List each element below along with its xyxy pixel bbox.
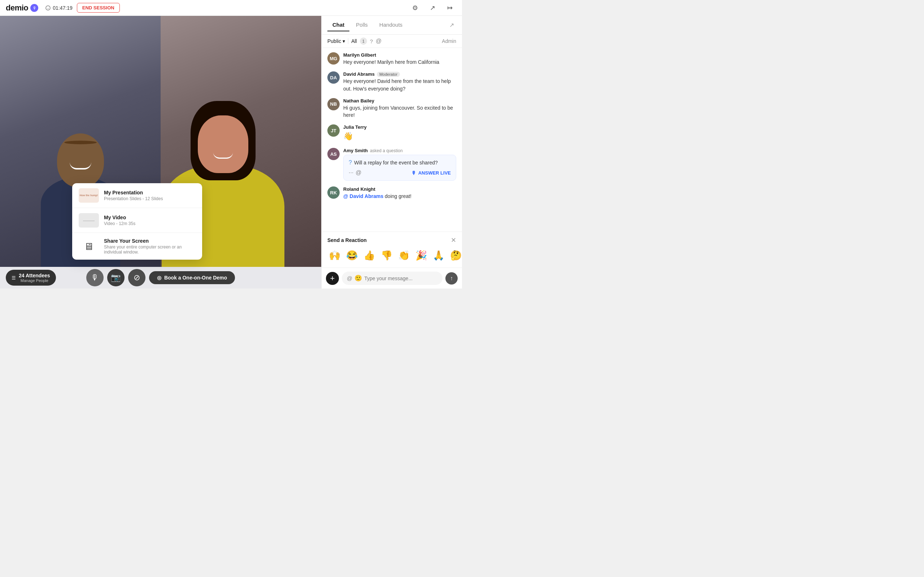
- logo: demio 🎙: [6, 3, 38, 13]
- question-at-icon[interactable]: @: [355, 169, 361, 176]
- public-filter[interactable]: Public ▾: [327, 38, 345, 44]
- mention-filter-icon[interactable]: @: [376, 38, 381, 44]
- question-text: Will a replay for the event be shared?: [354, 160, 438, 166]
- msg-name-5: Amy Smith: [343, 148, 368, 153]
- avatar-roland: RK: [327, 187, 340, 199]
- msg-tail-6: doing great!: [385, 193, 412, 199]
- answer-live-button[interactable]: 🎙 ANSWER LIVE: [412, 170, 451, 176]
- send-button[interactable]: ↑: [446, 272, 458, 285]
- message-6: RK Roland Knight @ David Abrams doing gr…: [327, 187, 456, 200]
- reaction-emoji-1[interactable]: 🙌: [327, 248, 342, 263]
- question-more-icon[interactable]: ···: [349, 169, 353, 176]
- camera-button[interactable]: 📷: [107, 269, 124, 286]
- microphone-icon: 🎙: [91, 273, 99, 282]
- pres-info-1: My Presentation Presentation Slides - 12…: [104, 190, 163, 201]
- admin-filter[interactable]: Admin: [442, 38, 456, 44]
- logo-text: demio: [6, 3, 28, 13]
- moderator-badge: Moderator: [377, 72, 400, 77]
- msg-body-6: Roland Knight @ David Abrams doing great…: [343, 187, 456, 200]
- hamburger-icon: ☰: [11, 275, 16, 280]
- message-3: NB Nathan Bailey Hi guys, joining from V…: [327, 98, 456, 119]
- public-label: Public: [327, 38, 341, 44]
- reaction-emoji-4[interactable]: 👎: [380, 248, 394, 263]
- exit-button[interactable]: ↦: [443, 2, 456, 15]
- msg-text-3: Hi guys, joining from Vancouver. So exci…: [343, 104, 456, 119]
- all-filter[interactable]: All: [351, 38, 357, 44]
- message-input[interactable]: [364, 276, 438, 281]
- chat-input-wrapper: @ 🙂: [342, 272, 443, 285]
- reaction-close-button[interactable]: ✕: [451, 236, 456, 244]
- share-screen-icon: ⊘: [134, 273, 140, 282]
- pres-subtitle-2: Video - 12m 35s: [104, 221, 135, 226]
- dropdown-chevron-icon: ▾: [342, 38, 345, 44]
- pres-subtitle-3: Share your entire computer screen or an …: [104, 245, 195, 255]
- microphone-button[interactable]: 🎙: [86, 269, 103, 286]
- message-2: DA David Abrams Moderator Hey everyone! …: [327, 71, 456, 92]
- presentation-overlay: How the hump! My Presentation Presentati…: [72, 183, 202, 259]
- add-button[interactable]: +: [326, 272, 339, 285]
- panel-tabs: Chat Polls Handouts ↗: [321, 16, 462, 35]
- msg-body-2: David Abrams Moderator Hey everyone! Dav…: [343, 71, 456, 92]
- expand-button[interactable]: ↗: [426, 2, 439, 15]
- right-panel: Chat Polls Handouts ↗ Public ▾ All 1 ? @…: [321, 16, 462, 288]
- msg-body-5: Amy Smith asked a question ? Will a repl…: [343, 148, 456, 181]
- panel-expand-icon[interactable]: ↗: [447, 19, 456, 31]
- question-filter-icon: ?: [370, 38, 373, 44]
- reaction-panel: Send a Reaction ✕ 🙌 😂 👍 👎 👏 🎉 🙏 🤔 ❤️: [321, 232, 462, 268]
- question-icon: ?: [349, 160, 352, 166]
- presentation-item-2[interactable]: ———— My Video Video - 12m 35s: [72, 208, 202, 233]
- pres-info-3: Share Your Screen Share your entire comp…: [104, 238, 195, 255]
- message-4: JT Julia Terry 👋: [327, 124, 456, 142]
- emoji-picker-icon[interactable]: 🙂: [354, 274, 362, 282]
- timer-display: 01:47:19: [53, 5, 73, 11]
- msg-body-4: Julia Terry 👋: [343, 124, 456, 142]
- at-mention-icon[interactable]: @: [347, 275, 352, 281]
- avatar-amy: AS: [327, 148, 340, 160]
- settings-button[interactable]: ⚙: [409, 2, 422, 15]
- timer-dot-icon: ·: [45, 5, 50, 10]
- msg-text-4: 👋: [343, 131, 456, 142]
- book-demo-icon: ◎: [157, 275, 162, 280]
- book-demo-button[interactable]: ◎ Book a One-on-One Demo: [149, 271, 235, 284]
- chat-input-area: + @ 🙂 ↑: [321, 268, 462, 288]
- presentation-item-3[interactable]: 🖥 Share Your Screen Share your entire co…: [72, 233, 202, 259]
- message-5: AS Amy Smith asked a question ? Will a r…: [327, 148, 456, 181]
- reaction-emoji-6[interactable]: 🎉: [414, 248, 428, 263]
- main-layout: How the hump! My Presentation Presentati…: [0, 16, 462, 288]
- tab-handouts[interactable]: Handouts: [374, 19, 407, 31]
- book-demo-label: Book a One-on-One Demo: [164, 275, 227, 280]
- end-session-button[interactable]: END SESSION: [77, 3, 120, 13]
- pres-thumb-1: How the hump!: [79, 188, 99, 203]
- reaction-emojis: 🙌 😂 👍 👎 👏 🎉 🙏 🤔 ❤️: [321, 247, 462, 268]
- question-bubble: ? Will a replay for the event be shared?…: [343, 155, 456, 181]
- asked-question-label: asked a question: [370, 148, 403, 153]
- video-area: How the hump! My Presentation Presentati…: [0, 16, 321, 288]
- bottom-controls: ☰ 24 Attendees Manage People 🎙 📷 ⊘ ◎ Boo…: [0, 267, 321, 288]
- msg-text-1: Hey everyone! Marilyn here from Californ…: [343, 58, 456, 66]
- pres-thumb-3: 🖥: [79, 239, 99, 253]
- chat-filters: Public ▾ All 1 ? @ Admin: [321, 35, 462, 48]
- manage-people-label: Manage People: [19, 279, 50, 283]
- msg-name-4: Julia Terry: [343, 124, 367, 130]
- presentation-item-1[interactable]: How the hump! My Presentation Presentati…: [72, 183, 202, 208]
- filter-separator: [348, 38, 348, 44]
- pres-title-3: Share Your Screen: [104, 238, 195, 244]
- answer-live-label: ANSWER LIVE: [418, 170, 451, 176]
- reaction-emoji-3[interactable]: 👍: [362, 248, 376, 263]
- reaction-header: Send a Reaction ✕: [321, 232, 462, 247]
- tab-chat[interactable]: Chat: [327, 19, 349, 31]
- count-badge[interactable]: 1: [360, 37, 367, 45]
- pres-thumb-2: ————: [79, 213, 99, 227]
- msg-text-6: @ David Abrams doing great!: [343, 193, 456, 200]
- attendees-button[interactable]: ☰ 24 Attendees Manage People: [6, 270, 56, 285]
- camera-icon: 📷: [111, 273, 121, 282]
- reaction-emoji-8[interactable]: 🤔: [449, 248, 462, 263]
- screen-share-button[interactable]: ⊘: [128, 269, 145, 286]
- chat-messages: MG Marilyn Gilbert Hey everyone! Marilyn…: [321, 48, 462, 232]
- msg-name-6: Roland Knight: [343, 187, 375, 192]
- msg-body-1: Marilyn Gilbert Hey everyone! Marilyn he…: [343, 52, 456, 66]
- reaction-emoji-2[interactable]: 😂: [345, 248, 359, 263]
- reaction-emoji-7[interactable]: 🙏: [431, 248, 446, 263]
- reaction-emoji-5[interactable]: 👏: [397, 248, 411, 263]
- tab-polls[interactable]: Polls: [351, 19, 373, 31]
